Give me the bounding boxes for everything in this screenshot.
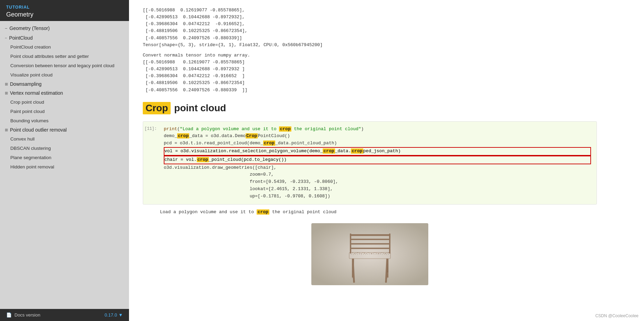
code-output-top: [[-0.5016988 0.12619077 -0.85578865], [-… xyxy=(143,7,597,49)
section-heading-crop: Crop point cloud xyxy=(143,102,597,114)
svg-point-46 xyxy=(369,254,370,255)
sidebar-header: TUTORIAL Geometry xyxy=(0,0,129,21)
page-title: Geometry xyxy=(6,11,123,18)
minus-icon-2: − xyxy=(5,36,7,40)
code-output-numpy: Convert normals tensor into numpy array.… xyxy=(143,52,597,94)
code-crop-highlight-6: crop xyxy=(351,148,363,154)
svg-point-67 xyxy=(387,278,388,279)
svg-point-15 xyxy=(373,253,374,253)
svg-point-61 xyxy=(352,278,353,279)
svg-point-56 xyxy=(352,261,353,261)
svg-point-64 xyxy=(387,268,388,268)
pointcloud-label: PointCloud xyxy=(9,35,33,41)
sidebar-item-conversion[interactable]: Conversion between tensor and legacy poi… xyxy=(0,61,129,70)
svg-point-62 xyxy=(387,261,388,261)
svg-point-19 xyxy=(380,253,380,253)
docs-label: Docs version xyxy=(14,312,40,318)
svg-point-41 xyxy=(359,254,360,255)
svg-point-8 xyxy=(361,253,362,254)
sidebar-item-geometry-tensor[interactable]: − Geometry (Tensor) xyxy=(0,23,129,33)
svg-point-14 xyxy=(371,253,372,254)
code-line-2: demo_crop_data = o3d.data.DemoCropPointC… xyxy=(164,133,591,140)
svg-point-66 xyxy=(387,275,388,275)
code-crop-highlight-5: crop xyxy=(323,148,335,154)
svg-point-18 xyxy=(378,253,379,254)
chair-svg xyxy=(311,223,428,285)
svg-point-7 xyxy=(359,253,360,253)
svg-point-54 xyxy=(386,254,386,255)
main-content: [[-0.5016988 0.12619077 -0.85578865], [-… xyxy=(129,0,644,321)
tutorial-label: TUTORIAL xyxy=(6,5,123,10)
svg-point-9 xyxy=(363,252,363,253)
svg-rect-36 xyxy=(350,248,390,249)
cell-body: print("Load a polygon volume and use it … xyxy=(164,126,591,200)
svg-point-38 xyxy=(353,254,353,255)
code-line-3: pcd = o3d.t.io.read_point_cloud(demo_cro… xyxy=(164,140,591,147)
svg-point-57 xyxy=(352,264,353,265)
svg-point-17 xyxy=(376,253,377,253)
chair-image xyxy=(311,223,428,285)
code-crop-highlight-1: crop xyxy=(279,126,291,132)
sidebar-item-pointcloud[interactable]: − PointCloud xyxy=(0,33,129,42)
sidebar-item-point-cloud-attributes[interactable]: Point cloud attributes setter and getter xyxy=(0,52,129,61)
svg-point-45 xyxy=(367,254,368,255)
sidebar-item-pointcloud-creation[interactable]: PointCloud creation xyxy=(0,42,129,52)
code-crop-highlight-4: crop xyxy=(263,141,275,146)
plus-icon-2: ⊞ xyxy=(5,91,8,95)
plus-icon-3: ⊞ xyxy=(5,128,8,132)
svg-point-40 xyxy=(357,254,357,255)
svg-point-59 xyxy=(352,271,353,272)
svg-point-49 xyxy=(376,254,376,255)
image-container xyxy=(143,220,597,285)
code-line-1: print("Load a polygon volume and use it … xyxy=(164,126,591,133)
code-cell-11: [11]: print("Load a polygon volume and u… xyxy=(143,121,597,205)
svg-rect-35 xyxy=(350,243,390,245)
svg-point-11 xyxy=(366,253,367,254)
svg-rect-34 xyxy=(350,239,390,240)
svg-point-39 xyxy=(355,254,356,255)
sidebar-item-visualize[interactable]: Visualize point cloud xyxy=(0,70,129,80)
code-crop-highlight-2: crop xyxy=(177,133,189,138)
code-crop-highlight-3: Crop xyxy=(246,133,258,138)
svg-point-10 xyxy=(364,253,365,253)
sidebar-footer: 📄 Docs version 0.17.0 ▼ xyxy=(0,309,129,321)
svg-point-53 xyxy=(384,254,385,255)
svg-point-3 xyxy=(352,252,353,253)
code-line-8: front=[0.5439, -0.2333, -0.8060], xyxy=(164,178,591,186)
svg-point-65 xyxy=(387,271,388,272)
svg-rect-33 xyxy=(350,234,390,236)
content-area: [[-0.5016988 0.12619077 -0.85578865], [-… xyxy=(129,0,611,299)
sidebar-item-dbscan[interactable]: DBSCAN clustering xyxy=(0,144,129,153)
sidebar-item-outlier-removal[interactable]: ⊞ Point cloud outlier removal xyxy=(0,125,129,134)
version-dropdown-arrow[interactable]: ▼ xyxy=(118,312,123,318)
svg-point-22 xyxy=(385,253,386,254)
svg-point-52 xyxy=(382,254,382,255)
code-line-10: up=[-0.1781, -0.9708, 0.1608]) xyxy=(164,193,591,200)
svg-point-43 xyxy=(363,254,364,255)
svg-point-20 xyxy=(382,252,382,253)
sidebar-item-crop-point-cloud[interactable]: Crop point cloud xyxy=(0,97,129,107)
svg-point-44 xyxy=(365,254,366,255)
sidebar-item-downsampling[interactable]: ⊞ Downsampling xyxy=(0,80,129,89)
svg-point-5 xyxy=(356,253,356,253)
sidebar-nav: − Geometry (Tensor) − PointCloud PointCl… xyxy=(0,21,129,309)
svg-point-6 xyxy=(357,252,358,253)
code-crop-highlight-7: crop xyxy=(197,157,209,162)
docs-icon: 📄 xyxy=(6,312,12,318)
sidebar-item-vertex-normal[interactable]: ⊞ Vertex normal estimation xyxy=(0,89,129,97)
output-text: Load a polygon volume and use it to crop… xyxy=(160,209,597,216)
sidebar-item-plane-segmentation[interactable]: Plane segmentation xyxy=(0,153,129,162)
svg-point-21 xyxy=(383,253,384,253)
svg-point-47 xyxy=(372,254,372,255)
sidebar-item-paint-point-cloud[interactable]: Paint point cloud xyxy=(0,107,129,116)
svg-point-4 xyxy=(354,253,355,254)
code-print-keyword: print xyxy=(164,126,177,132)
svg-point-63 xyxy=(387,264,388,265)
svg-rect-0 xyxy=(311,223,428,285)
sidebar-item-hidden-point[interactable]: Hidden point removal xyxy=(0,162,129,172)
sidebar-item-bounding-volumes[interactable]: Bounding volumes xyxy=(0,116,129,125)
version-label: 0.17.0 xyxy=(105,312,117,318)
docs-version-left: 📄 Docs version xyxy=(6,312,40,318)
sidebar-item-convex-hull[interactable]: Convex hull xyxy=(0,134,129,144)
heading-rest: point cloud xyxy=(174,103,226,114)
